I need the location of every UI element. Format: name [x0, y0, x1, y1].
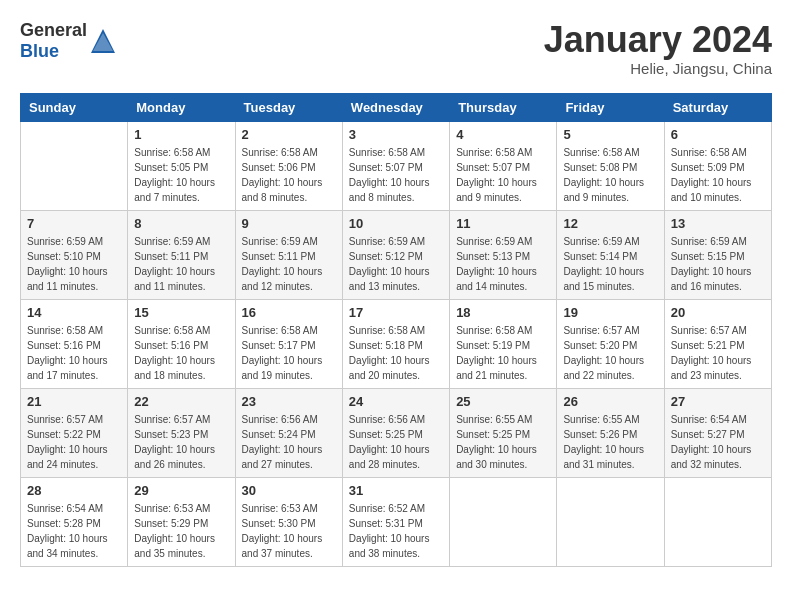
- calendar-cell: 10Sunrise: 6:59 AMSunset: 5:12 PMDayligh…: [342, 210, 449, 299]
- day-number: 14: [27, 305, 121, 320]
- day-info: Sunrise: 6:59 AMSunset: 5:13 PMDaylight:…: [456, 234, 550, 294]
- day-info: Sunrise: 6:58 AMSunset: 5:06 PMDaylight:…: [242, 145, 336, 205]
- day-info: Sunrise: 6:58 AMSunset: 5:16 PMDaylight:…: [27, 323, 121, 383]
- calendar-cell: 18Sunrise: 6:58 AMSunset: 5:19 PMDayligh…: [450, 299, 557, 388]
- day-info: Sunrise: 6:55 AMSunset: 5:25 PMDaylight:…: [456, 412, 550, 472]
- day-info: Sunrise: 6:59 AMSunset: 5:10 PMDaylight:…: [27, 234, 121, 294]
- day-info: Sunrise: 6:55 AMSunset: 5:26 PMDaylight:…: [563, 412, 657, 472]
- day-info: Sunrise: 6:57 AMSunset: 5:21 PMDaylight:…: [671, 323, 765, 383]
- calendar-cell: 21Sunrise: 6:57 AMSunset: 5:22 PMDayligh…: [21, 388, 128, 477]
- calendar-cell: 6Sunrise: 6:58 AMSunset: 5:09 PMDaylight…: [664, 121, 771, 210]
- calendar-cell: 8Sunrise: 6:59 AMSunset: 5:11 PMDaylight…: [128, 210, 235, 299]
- day-number: 2: [242, 127, 336, 142]
- calendar-cell: 1Sunrise: 6:58 AMSunset: 5:05 PMDaylight…: [128, 121, 235, 210]
- logo-general: General: [20, 20, 87, 40]
- calendar-cell: 11Sunrise: 6:59 AMSunset: 5:13 PMDayligh…: [450, 210, 557, 299]
- day-info: Sunrise: 6:59 AMSunset: 5:14 PMDaylight:…: [563, 234, 657, 294]
- month-title: January 2024: [544, 20, 772, 60]
- day-info: Sunrise: 6:56 AMSunset: 5:25 PMDaylight:…: [349, 412, 443, 472]
- day-info: Sunrise: 6:52 AMSunset: 5:31 PMDaylight:…: [349, 501, 443, 561]
- day-number: 11: [456, 216, 550, 231]
- day-info: Sunrise: 6:58 AMSunset: 5:07 PMDaylight:…: [349, 145, 443, 205]
- day-number: 29: [134, 483, 228, 498]
- location-subtitle: Helie, Jiangsu, China: [544, 60, 772, 77]
- day-number: 18: [456, 305, 550, 320]
- day-number: 4: [456, 127, 550, 142]
- calendar-cell: 25Sunrise: 6:55 AMSunset: 5:25 PMDayligh…: [450, 388, 557, 477]
- day-number: 19: [563, 305, 657, 320]
- day-number: 26: [563, 394, 657, 409]
- day-info: Sunrise: 6:59 AMSunset: 5:15 PMDaylight:…: [671, 234, 765, 294]
- day-number: 17: [349, 305, 443, 320]
- day-number: 22: [134, 394, 228, 409]
- calendar-cell: 22Sunrise: 6:57 AMSunset: 5:23 PMDayligh…: [128, 388, 235, 477]
- title-section: January 2024 Helie, Jiangsu, China: [544, 20, 772, 77]
- day-info: Sunrise: 6:58 AMSunset: 5:17 PMDaylight:…: [242, 323, 336, 383]
- calendar-cell: 31Sunrise: 6:52 AMSunset: 5:31 PMDayligh…: [342, 477, 449, 566]
- day-number: 28: [27, 483, 121, 498]
- day-info: Sunrise: 6:53 AMSunset: 5:29 PMDaylight:…: [134, 501, 228, 561]
- calendar-cell: 28Sunrise: 6:54 AMSunset: 5:28 PMDayligh…: [21, 477, 128, 566]
- calendar-week-row: 1Sunrise: 6:58 AMSunset: 5:05 PMDaylight…: [21, 121, 772, 210]
- calendar-cell: 12Sunrise: 6:59 AMSunset: 5:14 PMDayligh…: [557, 210, 664, 299]
- calendar-week-row: 14Sunrise: 6:58 AMSunset: 5:16 PMDayligh…: [21, 299, 772, 388]
- day-number: 23: [242, 394, 336, 409]
- calendar-cell: 29Sunrise: 6:53 AMSunset: 5:29 PMDayligh…: [128, 477, 235, 566]
- calendar-cell: 16Sunrise: 6:58 AMSunset: 5:17 PMDayligh…: [235, 299, 342, 388]
- calendar-cell: 19Sunrise: 6:57 AMSunset: 5:20 PMDayligh…: [557, 299, 664, 388]
- calendar-cell: 7Sunrise: 6:59 AMSunset: 5:10 PMDaylight…: [21, 210, 128, 299]
- weekday-header: Wednesday: [342, 93, 449, 121]
- day-info: Sunrise: 6:58 AMSunset: 5:08 PMDaylight:…: [563, 145, 657, 205]
- calendar-cell: 4Sunrise: 6:58 AMSunset: 5:07 PMDaylight…: [450, 121, 557, 210]
- day-number: 21: [27, 394, 121, 409]
- calendar-cell: 24Sunrise: 6:56 AMSunset: 5:25 PMDayligh…: [342, 388, 449, 477]
- day-number: 30: [242, 483, 336, 498]
- day-number: 6: [671, 127, 765, 142]
- logo-blue: Blue: [20, 41, 59, 61]
- logo-text: General Blue: [20, 20, 87, 62]
- day-info: Sunrise: 6:54 AMSunset: 5:28 PMDaylight:…: [27, 501, 121, 561]
- day-info: Sunrise: 6:59 AMSunset: 5:11 PMDaylight:…: [134, 234, 228, 294]
- day-number: 10: [349, 216, 443, 231]
- day-info: Sunrise: 6:53 AMSunset: 5:30 PMDaylight:…: [242, 501, 336, 561]
- calendar-cell: [557, 477, 664, 566]
- calendar-cell: 3Sunrise: 6:58 AMSunset: 5:07 PMDaylight…: [342, 121, 449, 210]
- day-number: 12: [563, 216, 657, 231]
- day-number: 16: [242, 305, 336, 320]
- day-info: Sunrise: 6:59 AMSunset: 5:11 PMDaylight:…: [242, 234, 336, 294]
- day-info: Sunrise: 6:57 AMSunset: 5:20 PMDaylight:…: [563, 323, 657, 383]
- day-info: Sunrise: 6:58 AMSunset: 5:09 PMDaylight:…: [671, 145, 765, 205]
- calendar-cell: 15Sunrise: 6:58 AMSunset: 5:16 PMDayligh…: [128, 299, 235, 388]
- day-number: 25: [456, 394, 550, 409]
- day-number: 9: [242, 216, 336, 231]
- day-info: Sunrise: 6:58 AMSunset: 5:16 PMDaylight:…: [134, 323, 228, 383]
- calendar-cell: 5Sunrise: 6:58 AMSunset: 5:08 PMDaylight…: [557, 121, 664, 210]
- calendar-table: SundayMondayTuesdayWednesdayThursdayFrid…: [20, 93, 772, 567]
- calendar-cell: [664, 477, 771, 566]
- weekday-header: Monday: [128, 93, 235, 121]
- logo: General Blue: [20, 20, 117, 62]
- day-info: Sunrise: 6:59 AMSunset: 5:12 PMDaylight:…: [349, 234, 443, 294]
- day-info: Sunrise: 6:57 AMSunset: 5:22 PMDaylight:…: [27, 412, 121, 472]
- day-number: 13: [671, 216, 765, 231]
- day-number: 8: [134, 216, 228, 231]
- weekday-header-row: SundayMondayTuesdayWednesdayThursdayFrid…: [21, 93, 772, 121]
- weekday-header: Saturday: [664, 93, 771, 121]
- calendar-week-row: 21Sunrise: 6:57 AMSunset: 5:22 PMDayligh…: [21, 388, 772, 477]
- calendar-cell: 9Sunrise: 6:59 AMSunset: 5:11 PMDaylight…: [235, 210, 342, 299]
- day-info: Sunrise: 6:58 AMSunset: 5:05 PMDaylight:…: [134, 145, 228, 205]
- day-number: 27: [671, 394, 765, 409]
- weekday-header: Thursday: [450, 93, 557, 121]
- day-info: Sunrise: 6:58 AMSunset: 5:18 PMDaylight:…: [349, 323, 443, 383]
- day-number: 1: [134, 127, 228, 142]
- svg-marker-1: [93, 33, 113, 51]
- weekday-header: Friday: [557, 93, 664, 121]
- day-number: 5: [563, 127, 657, 142]
- calendar-cell: 13Sunrise: 6:59 AMSunset: 5:15 PMDayligh…: [664, 210, 771, 299]
- calendar-cell: 17Sunrise: 6:58 AMSunset: 5:18 PMDayligh…: [342, 299, 449, 388]
- calendar-cell: 23Sunrise: 6:56 AMSunset: 5:24 PMDayligh…: [235, 388, 342, 477]
- page-header: General Blue January 2024 Helie, Jiangsu…: [20, 20, 772, 77]
- day-number: 20: [671, 305, 765, 320]
- day-info: Sunrise: 6:54 AMSunset: 5:27 PMDaylight:…: [671, 412, 765, 472]
- calendar-cell: 2Sunrise: 6:58 AMSunset: 5:06 PMDaylight…: [235, 121, 342, 210]
